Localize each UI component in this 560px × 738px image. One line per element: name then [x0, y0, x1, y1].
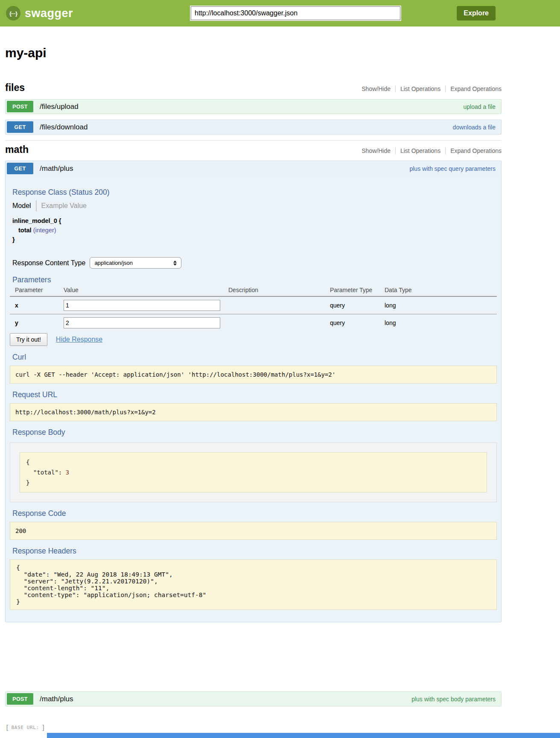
- operation-get-files-download[interactable]: GET /files/download downloads a file: [5, 120, 502, 135]
- hide-response-link[interactable]: Hide Response: [56, 336, 102, 343]
- response-class-heading: Response Class (Status 200): [12, 188, 497, 196]
- divider: [395, 85, 396, 92]
- column-header-parameter-type: Parameter Type: [330, 287, 385, 296]
- parameter-x-input[interactable]: [64, 300, 220, 311]
- response-body-container: { "total": 3 }: [10, 442, 497, 502]
- operation-post-math-plus[interactable]: POST /math/plus plus with spec body para…: [5, 691, 502, 706]
- explore-button[interactable]: Explore: [457, 6, 496, 20]
- post-method-badge: POST: [7, 693, 33, 705]
- parameter-row-y: y query long: [10, 314, 497, 332]
- response-body-heading: Response Body: [12, 428, 497, 436]
- selected-content-type: application/json: [94, 260, 133, 266]
- parameter-data-type: long: [385, 296, 497, 314]
- operation-summary-link[interactable]: upload a file: [463, 103, 496, 110]
- footer-bracket-open: [: [5, 723, 9, 732]
- operation-path[interactable]: /math/plus: [40, 695, 73, 703]
- math-show-hide-link[interactable]: Show/Hide: [362, 147, 391, 154]
- operation-get-math-plus-header[interactable]: GET /math/plus plus with spec query para…: [6, 161, 501, 176]
- parameters-heading: Parameters: [12, 275, 497, 284]
- brand-title: swagger: [25, 7, 73, 20]
- operation-summary-link[interactable]: plus with spec query parameters: [409, 165, 496, 172]
- operation-path[interactable]: /files/upload: [40, 102, 79, 111]
- section-title-math: math: [5, 144, 29, 155]
- parameter-name: x: [10, 296, 64, 314]
- operation-path[interactable]: /math/plus: [40, 164, 73, 173]
- response-code-value: 200: [10, 522, 497, 540]
- operation-path[interactable]: /files/download: [40, 123, 88, 132]
- math-list-operations-link[interactable]: List Operations: [400, 147, 440, 154]
- parameter-name: y: [10, 314, 64, 332]
- column-header-value: Value: [64, 287, 228, 296]
- parameter-type: query: [330, 314, 385, 332]
- model-property-type: (integer): [33, 227, 56, 234]
- math-expand-operations-link[interactable]: Expand Operations: [450, 147, 502, 154]
- files-expand-operations-link[interactable]: Expand Operations: [450, 85, 502, 92]
- operation-summary-link[interactable]: downloads a file: [453, 124, 496, 131]
- parameter-data-type: long: [385, 314, 497, 332]
- section-title-files: files: [5, 82, 25, 94]
- footer-bracket-close: ]: [41, 723, 46, 732]
- curl-heading: Curl: [12, 353, 497, 361]
- response-content-type-label: Response Content Type: [12, 259, 85, 267]
- response-content-type-select[interactable]: application/json: [90, 257, 181, 269]
- parameters-table: Parameter Value Description Parameter Ty…: [10, 287, 497, 331]
- model-signature-open: inline_model_0 {: [12, 216, 497, 226]
- try-it-out-button[interactable]: Try it out!: [10, 333, 47, 346]
- response-headers-heading: Response Headers: [12, 547, 497, 555]
- column-header-data-type: Data Type: [385, 287, 497, 296]
- response-code-heading: Response Code: [12, 509, 497, 518]
- base-url-footer: [ BASE URL: ]: [5, 723, 502, 732]
- column-header-description: Description: [228, 287, 330, 296]
- model-signature-close: }: [12, 235, 497, 244]
- page-title: my-api: [5, 45, 502, 61]
- model-signature: inline_model_0 { total (integer) }: [12, 216, 497, 244]
- get-method-badge: GET: [7, 121, 33, 133]
- swagger-logo[interactable]: {···} swagger: [6, 6, 73, 20]
- curl-command: curl -X GET --header 'Accept: applicatio…: [10, 366, 497, 384]
- divider: [445, 85, 446, 92]
- get-method-badge: GET: [7, 163, 33, 174]
- json-number-value: 3: [66, 469, 69, 476]
- operation-get-math-plus-expanded: GET /math/plus plus with spec query para…: [5, 161, 502, 622]
- math-section-header: math Show/Hide List Operations Expand Op…: [5, 144, 502, 155]
- request-url-value: http://localhost:3000/math/plus?x=1&y=2: [10, 403, 497, 421]
- operation-summary-link[interactable]: plus with spec body parameters: [411, 696, 496, 703]
- select-arrows-icon: [173, 261, 177, 266]
- spec-url-input[interactable]: [191, 6, 400, 20]
- response-body-json: { "total": 3 }: [20, 452, 487, 492]
- operation-content: Response Class (Status 200) Model Exampl…: [6, 176, 501, 622]
- parameter-row-x: x query long: [10, 296, 497, 314]
- parameter-description: [228, 314, 330, 332]
- response-headers-json: { "date": "Wed, 22 Aug 2018 18:49:13 GMT…: [10, 559, 497, 610]
- tab-example-value[interactable]: Example Value: [41, 202, 87, 210]
- files-show-hide-link[interactable]: Show/Hide: [362, 85, 391, 92]
- post-method-badge: POST: [7, 101, 33, 112]
- model-property-name: total: [18, 227, 32, 234]
- base-url-label: BASE URL:: [12, 725, 39, 730]
- tab-model[interactable]: Model: [12, 202, 31, 210]
- bottom-partial-bar: [47, 733, 560, 738]
- operation-post-files-upload[interactable]: POST /files/upload upload a file: [5, 99, 502, 114]
- files-list-operations-link[interactable]: List Operations: [400, 85, 440, 92]
- parameter-type: query: [330, 296, 385, 314]
- parameter-description: [228, 296, 330, 314]
- swagger-header: {···} swagger Explore: [0, 0, 560, 26]
- section-divider: [5, 140, 502, 141]
- files-section-header: files Show/Hide List Operations Expand O…: [5, 82, 502, 94]
- divider: [445, 147, 446, 154]
- model-tabs: Model Example Value: [12, 200, 497, 212]
- divider: [36, 200, 37, 211]
- swagger-logo-icon: {···}: [6, 6, 20, 20]
- column-header-parameter: Parameter: [10, 287, 64, 296]
- request-url-heading: Request URL: [12, 390, 497, 399]
- divider: [395, 147, 396, 154]
- parameter-y-input[interactable]: [64, 317, 220, 328]
